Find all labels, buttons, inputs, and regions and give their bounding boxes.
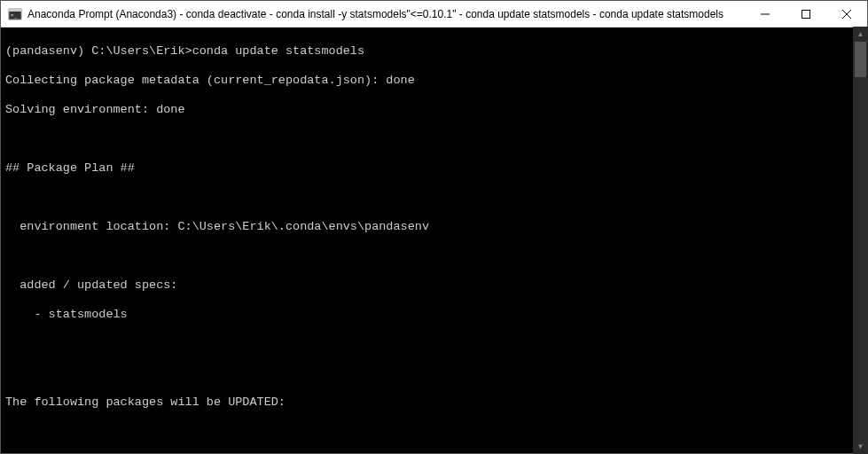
output-line: [5, 191, 863, 206]
svg-rect-4: [802, 10, 810, 18]
app-icon: >_: [8, 7, 22, 21]
close-button[interactable]: [826, 1, 867, 27]
scrollbar-track[interactable]: [853, 42, 868, 439]
output-line: environment location: C:\Users\Erik\.con…: [5, 220, 863, 235]
scroll-down-arrow[interactable]: ▼: [853, 439, 868, 454]
output-line: [5, 366, 863, 381]
output-line: - statsmodels: [5, 308, 863, 323]
output-line: [5, 425, 863, 440]
output-line: The following packages will be UPDATED:: [5, 395, 863, 411]
scroll-up-arrow[interactable]: ▲: [853, 27, 868, 42]
output-line: Collecting package metadata (current_rep…: [5, 74, 863, 89]
svg-text:>_: >_: [11, 12, 18, 19]
output-line: [5, 337, 863, 352]
scrollbar-thumb[interactable]: [855, 42, 866, 77]
output-line: added / updated specs:: [5, 278, 863, 294]
window-controls: [745, 1, 867, 27]
output-line: [5, 249, 863, 264]
vertical-scrollbar[interactable]: ▲ ▼: [853, 27, 868, 454]
window-title: Anaconda Prompt (Anaconda3) - conda deac…: [27, 8, 745, 20]
output-line: (pandasenv) C:\Users\Erik>conda update s…: [5, 44, 863, 59]
terminal-window: >_ Anaconda Prompt (Anaconda3) - conda d…: [0, 0, 868, 454]
minimize-button[interactable]: [745, 1, 786, 27]
terminal-area[interactable]: (pandasenv) C:\Users\Erik>conda update s…: [1, 27, 867, 453]
maximize-button[interactable]: [786, 1, 826, 27]
titlebar[interactable]: >_ Anaconda Prompt (Anaconda3) - conda d…: [1, 1, 867, 27]
output-line: [5, 132, 863, 147]
output-line: Solving environment: done: [5, 103, 863, 118]
output-line: ## Package Plan ##: [5, 161, 863, 176]
